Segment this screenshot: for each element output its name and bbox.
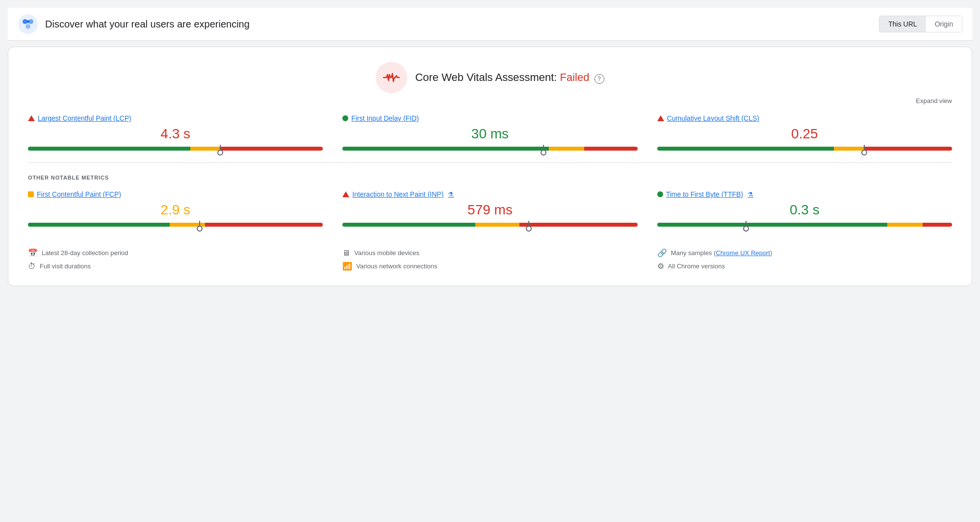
- flask-icon: ⚗: [748, 191, 753, 198]
- footer-text-devices: Various mobile devices: [354, 249, 419, 257]
- progress-bar-fid: [342, 147, 637, 151]
- metric-label-inp[interactable]: Interaction to Next Paint (INP)⚗: [342, 190, 637, 198]
- metric-fcp: First Contentful Paint (FCP) 2.9 s: [28, 190, 323, 227]
- other-metrics-label: OTHER NOTABLE METRICS: [28, 175, 952, 181]
- footer-text-samples: Many samples (Chrome UX Report): [671, 249, 773, 257]
- url-origin-toggle[interactable]: This URL Origin: [879, 16, 962, 32]
- metric-value-fcp: 2.9 s: [28, 202, 323, 218]
- metric-ttfb: Time to First Byte (TTFB)⚗ 0.3 s: [657, 190, 952, 227]
- footer-text-visit: Full visit durations: [40, 262, 91, 270]
- metric-value-lcp: 4.3 s: [28, 126, 323, 142]
- logo-icon: [18, 14, 38, 34]
- metric-fid: First Input Delay (FID) 30 ms: [342, 114, 637, 151]
- flask-icon: ⚗: [448, 191, 454, 198]
- progress-marker-cls: [864, 145, 865, 153]
- progress-marker-lcp: [220, 145, 221, 153]
- footer-icon-collection: 📅: [28, 248, 38, 258]
- metric-value-inp: 579 ms: [342, 202, 637, 218]
- svg-point-4: [26, 20, 29, 23]
- core-vitals-grid: Largest Contentful Paint (LCP) 4.3 s: [28, 114, 952, 151]
- assessment-header: Core Web Vitals Assessment: Failed ?: [28, 62, 952, 93]
- progress-marker-fid: [543, 145, 544, 153]
- metric-label-fcp[interactable]: First Contentful Paint (FCP): [28, 190, 323, 198]
- svg-point-3: [26, 24, 30, 29]
- footer-item-chrome: ⚙ All Chrome versions: [657, 261, 952, 271]
- metric-value-ttfb: 0.3 s: [657, 202, 952, 218]
- progress-marker-inp: [528, 221, 529, 229]
- footer-icon-visit: ⏱: [28, 262, 36, 271]
- origin-button[interactable]: Origin: [926, 16, 962, 32]
- footer-item-devices: 🖥 Various mobile devices: [342, 248, 637, 258]
- progress-bar-cls: [657, 147, 952, 151]
- assessment-icon: [376, 62, 407, 93]
- assessment-text: Core Web Vitals Assessment: Failed ?: [415, 71, 604, 84]
- footer-icon-network: 📶: [342, 261, 352, 271]
- metric-inp: Interaction to Next Paint (INP)⚗ 579 ms: [342, 190, 637, 227]
- assessment-info-button[interactable]: ?: [594, 74, 604, 84]
- footer-text-collection: Latest 28-day collection period: [42, 249, 128, 257]
- metric-label-cls[interactable]: Cumulative Layout Shift (CLS): [657, 114, 952, 122]
- metric-label-ttfb[interactable]: Time to First Byte (TTFB)⚗: [657, 190, 952, 198]
- progress-bar-ttfb: [657, 223, 952, 227]
- section-divider: [28, 162, 952, 163]
- progress-marker-ttfb: [746, 221, 747, 229]
- progress-marker-fcp: [199, 221, 200, 229]
- footer-icon-chrome: ⚙: [657, 261, 664, 271]
- footer-item-collection: 📅 Latest 28-day collection period: [28, 248, 323, 258]
- page-header: Discover what your real users are experi…: [8, 8, 972, 41]
- footer-info: 📅 Latest 28-day collection period 🖥 Vari…: [28, 240, 952, 271]
- assessment-title: Core Web Vitals Assessment: Failed ?: [415, 71, 604, 83]
- metric-label-lcp[interactable]: Largest Contentful Paint (LCP): [28, 114, 323, 122]
- footer-item-visit: ⏱ Full visit durations: [28, 261, 323, 271]
- footer-item-samples: 🔗 Many samples (Chrome UX Report): [657, 248, 952, 258]
- metric-lcp: Largest Contentful Paint (LCP) 4.3 s: [28, 114, 323, 151]
- other-metrics-grid: First Contentful Paint (FCP) 2.9 s: [28, 190, 952, 227]
- chrome-ux-link[interactable]: Chrome UX Report: [716, 249, 770, 257]
- footer-icon-devices: 🖥: [342, 249, 350, 258]
- metric-value-cls: 0.25: [657, 126, 952, 142]
- this-url-button[interactable]: This URL: [879, 16, 926, 32]
- header-title: Discover what your real users are experi…: [45, 19, 250, 30]
- progress-bar-lcp: [28, 147, 323, 151]
- footer-text-chrome: All Chrome versions: [668, 262, 725, 270]
- waveform-icon: [383, 69, 400, 86]
- progress-bar-fcp: [28, 223, 323, 227]
- footer-item-network: 📶 Various network connections: [342, 261, 637, 271]
- metric-label-fid[interactable]: First Input Delay (FID): [342, 114, 637, 122]
- footer-text-network: Various network connections: [356, 262, 437, 270]
- header-left: Discover what your real users are experi…: [18, 14, 250, 34]
- metric-value-fid: 30 ms: [342, 126, 637, 142]
- progress-bar-inp: [342, 223, 637, 227]
- main-card: Core Web Vitals Assessment: Failed ? Exp…: [8, 47, 972, 286]
- metric-cls: Cumulative Layout Shift (CLS) 0.25: [657, 114, 952, 151]
- footer-icon-samples: 🔗: [657, 248, 667, 258]
- expand-view-button[interactable]: Expand view: [28, 97, 952, 104]
